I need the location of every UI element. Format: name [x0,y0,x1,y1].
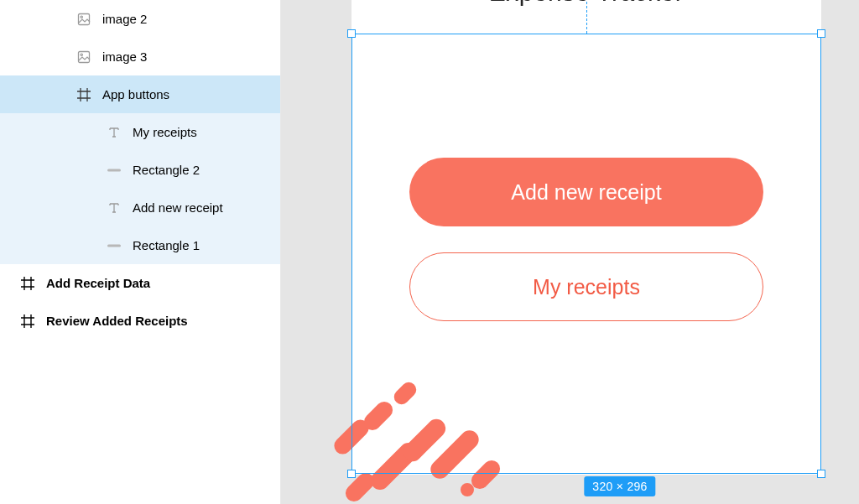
decorative-graphic [335,357,519,504]
layer-label: Add Receipt Data [46,276,150,290]
image-icon [77,13,91,26]
layer-row[interactable]: Rectangle 1 [0,226,280,264]
svg-point-1 [81,16,82,18]
artboard[interactable]: Expense Tracker Add new receipt My recei… [351,0,821,475]
layer-row[interactable]: image 3 [0,38,280,75]
dimensions-badge: 320 × 296 [584,476,655,496]
shape-icon [107,239,121,252]
layer-row[interactable]: Review Added Receipts [0,302,280,340]
layer-label: image 2 [102,12,147,26]
my-receipts-button[interactable]: My receipts [409,252,763,321]
resize-handle-bl[interactable] [347,470,356,478]
button-label: Add new receipt [511,180,661,205]
resize-handle-tl[interactable] [347,29,356,38]
svg-rect-5 [107,244,121,247]
shape-icon [107,164,121,177]
frame-icon [21,277,34,290]
text-icon [107,126,121,139]
layer-row[interactable]: Rectangle 2 [0,151,280,189]
frame-icon [21,314,34,328]
text-icon [107,201,121,215]
layer-row[interactable]: image 2 [0,0,280,38]
frame-icon [77,88,91,101]
layer-label: Add new receipt [133,200,223,215]
layer-label: Rectangle 1 [133,238,200,252]
add-new-receipt-button[interactable]: Add new receipt [409,158,763,226]
svg-rect-4 [107,169,121,171]
layer-label: My receipts [133,125,197,139]
svg-point-3 [81,54,82,55]
image-icon [77,50,91,64]
button-label: My receipts [533,275,640,299]
resize-handle-tr[interactable] [817,29,825,38]
layer-label: Review Added Receipts [46,314,188,328]
resize-handle-br[interactable] [817,470,825,478]
layer-label: image 3 [102,49,147,64]
layer-row[interactable]: Add new receipt [0,189,280,226]
layer-row-selected[interactable]: App buttons [0,75,280,113]
layer-label: App buttons [102,87,169,101]
layer-row[interactable]: My receipts [0,113,280,151]
layer-label: Rectangle 2 [133,163,200,177]
layers-panel: image 2 image 3 App buttons My receipts … [0,0,281,504]
design-canvas[interactable]: Expense Tracker Add new receipt My recei… [281,0,859,504]
layer-row[interactable]: Add Receipt Data [0,264,280,302]
alignment-guide [586,2,587,34]
